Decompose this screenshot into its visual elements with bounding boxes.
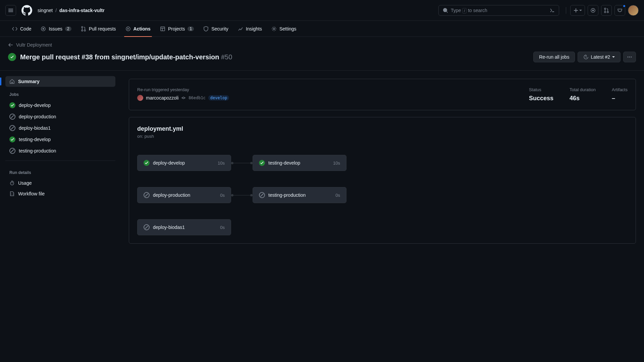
branch-tag[interactable]: develop: [208, 95, 229, 101]
search-icon: [443, 8, 448, 13]
job-duration: 0s: [220, 193, 225, 198]
sidebar-job[interactable]: deploy-production: [5, 111, 115, 122]
svg-point-12: [273, 28, 275, 29]
history-icon: [583, 54, 589, 60]
graph-icon: [238, 26, 243, 32]
svg-point-3: [604, 11, 606, 13]
job-name: testing-production: [19, 148, 56, 154]
svg-point-17: [183, 97, 184, 99]
sidebar: Summary Jobs deploy-developdeploy-produc…: [0, 71, 121, 252]
sidebar-summary[interactable]: Summary: [5, 76, 115, 87]
tab-settings[interactable]: Settings: [267, 23, 301, 34]
workflow-job-box[interactable]: testing-production0s: [253, 187, 346, 203]
sidebar-job[interactable]: deploy-develop: [5, 100, 115, 111]
notification-indicator: [623, 4, 626, 8]
workflow-job-box[interactable]: testing-develop10s: [253, 155, 346, 171]
job-name: deploy-biodas1: [153, 225, 217, 230]
svg-point-4: [607, 11, 608, 13]
latest-run-dropdown[interactable]: Latest #2: [578, 52, 621, 62]
tab-insights[interactable]: Insights: [234, 23, 266, 34]
git-pull-request-icon: [604, 8, 609, 13]
sidebar-job[interactable]: testing-production: [5, 145, 115, 157]
svg-point-9: [84, 30, 86, 31]
repo-nav: Code Issues2 Pull requests Actions Proje…: [0, 21, 644, 37]
kebab-icon: [627, 54, 632, 60]
code-icon: [12, 26, 17, 32]
job-name: deploy-develop: [153, 160, 214, 166]
inbox-icon: [617, 8, 623, 13]
skip-icon: [144, 224, 150, 230]
gear-icon: [271, 26, 277, 32]
sidebar-job[interactable]: testing-develop: [5, 134, 115, 145]
breadcrumb-repo[interactable]: das-infra-stack-vultr: [59, 8, 105, 13]
sidebar-workflow-file[interactable]: Workflow file: [5, 188, 115, 199]
skip-icon: [144, 192, 150, 198]
skip-icon: [259, 192, 265, 198]
create-new-button[interactable]: [570, 5, 585, 16]
pull-requests-button[interactable]: [601, 5, 612, 16]
check-circle-icon: [9, 136, 15, 142]
actor-name[interactable]: marcocapozzoli: [146, 95, 178, 101]
job-connector: [231, 195, 253, 195]
check-circle-icon: [9, 102, 15, 108]
user-avatar[interactable]: [628, 5, 639, 16]
breadcrumb: singnet / das-infra-stack-vultr: [38, 8, 105, 13]
tab-issues[interactable]: Issues2: [37, 23, 75, 34]
search-input[interactable]: Type / to search: [438, 5, 559, 16]
job-name: deploy-production: [19, 114, 56, 119]
github-logo-icon[interactable]: [21, 5, 32, 16]
svg-point-8: [82, 30, 83, 31]
job-connector: [231, 163, 253, 163]
svg-point-6: [43, 28, 44, 29]
back-to-workflow-link[interactable]: Vultr Deployment: [8, 42, 636, 48]
job-duration: 10s: [333, 161, 340, 166]
rerun-all-jobs-button[interactable]: Re-run all jobs: [533, 52, 575, 62]
check-circle-icon: [144, 160, 150, 166]
command-palette-icon: [549, 8, 555, 13]
workflow-job-box[interactable]: deploy-biodas10s: [137, 219, 231, 235]
svg-point-7: [82, 26, 83, 28]
job-name: testing-develop: [268, 160, 330, 166]
workflow-job-box[interactable]: deploy-production0s: [137, 187, 231, 203]
shield-icon: [203, 26, 209, 32]
svg-point-13: [628, 57, 629, 58]
issue-icon: [41, 26, 46, 32]
workflow-job-box[interactable]: deploy-develop10s: [137, 155, 231, 171]
run-status-icon: [8, 53, 16, 61]
file-code-icon: [9, 191, 15, 196]
git-pull-request-icon: [81, 26, 86, 32]
commit-sha[interactable]: 86edb1c: [189, 96, 206, 100]
actor-avatar[interactable]: [137, 95, 143, 101]
job-duration: 0s: [220, 225, 225, 230]
issues-button[interactable]: [588, 5, 598, 16]
job-duration: 10s: [218, 161, 225, 166]
tab-pull-requests[interactable]: Pull requests: [77, 23, 120, 34]
more-options-button[interactable]: [623, 52, 636, 62]
notifications-button[interactable]: [614, 5, 625, 16]
issue-icon: [590, 8, 596, 13]
arrow-left-icon: [8, 42, 13, 48]
artifacts-value: –: [612, 95, 628, 102]
check-circle-icon: [259, 160, 265, 166]
tab-projects[interactable]: Projects1: [156, 23, 198, 34]
job-name: testing-develop: [19, 137, 51, 142]
tab-security[interactable]: Security: [199, 23, 232, 34]
tab-actions[interactable]: Actions: [121, 23, 155, 34]
play-icon: [125, 26, 131, 32]
issues-count-badge: 2: [65, 26, 71, 31]
job-name: deploy-develop: [19, 103, 51, 108]
job-duration: 0s: [335, 193, 340, 198]
caret-down-icon: [612, 56, 615, 58]
workflow-card: deployment.yml on: push deploy-develop10…: [129, 117, 636, 244]
tab-code[interactable]: Code: [8, 23, 35, 34]
summary-card: Re-run triggered yesterday marcocapozzol…: [129, 79, 636, 110]
sidebar-job[interactable]: deploy-biodas1: [5, 122, 115, 134]
projects-count-badge: 1: [187, 26, 194, 31]
sidebar-usage[interactable]: Usage: [5, 178, 115, 188]
skip-icon: [9, 148, 15, 154]
breadcrumb-owner[interactable]: singnet: [38, 8, 53, 13]
duration-value: 46s: [570, 95, 596, 102]
hamburger-menu[interactable]: [5, 5, 16, 16]
status-value: Success: [529, 95, 553, 102]
caret-down-icon: [579, 9, 582, 12]
